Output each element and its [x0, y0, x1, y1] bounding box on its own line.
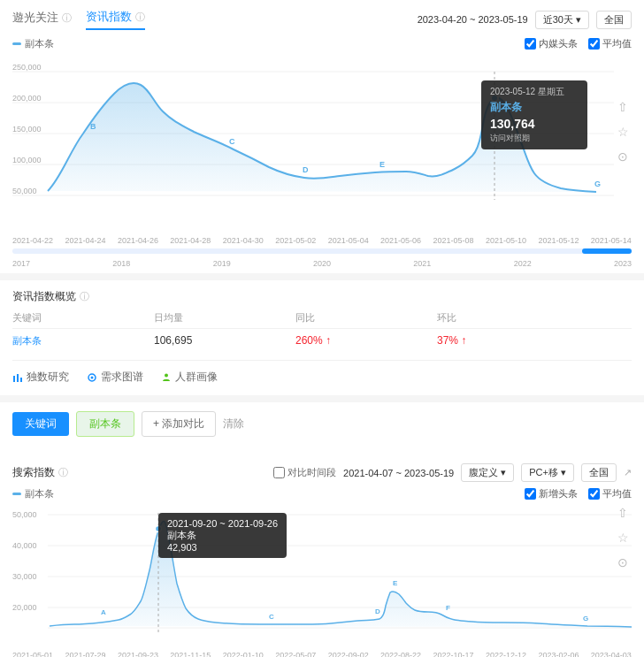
- search-checkbox-avg[interactable]: 平均值: [588, 487, 632, 500]
- search-star-icon[interactable]: ☆: [614, 529, 632, 546]
- svg-text:E: E: [393, 579, 398, 587]
- date-controls: 2023-04-20 ~ 2023-05-19 近30天 ▾ 全国: [418, 11, 632, 29]
- overview-info-icon: ⓘ: [80, 290, 89, 303]
- svg-text:E: E: [380, 160, 385, 169]
- svg-text:C: C: [229, 137, 235, 146]
- search-region-btn[interactable]: 全国: [581, 463, 617, 482]
- search-chart-tooltip: 2021-09-20 ~ 2021-09-26 副本条 42,903: [158, 513, 287, 558]
- svg-text:50,000: 50,000: [12, 510, 37, 519]
- search-checkbox-media[interactable]: 新增头条: [525, 487, 578, 500]
- search-legend-row: 副本条 新增头条 平均值: [12, 487, 632, 500]
- share-icon[interactable]: ⇧: [614, 98, 632, 116]
- svg-text:250,000: 250,000: [12, 63, 42, 72]
- keyword-btn[interactable]: 关键词: [12, 412, 69, 436]
- svg-text:30,000: 30,000: [12, 572, 37, 581]
- portrait-icon: [161, 372, 172, 383]
- table-header: 关键词 日均量 同比 环比: [12, 311, 632, 329]
- tooltip-label: 副本条: [490, 100, 579, 115]
- date-range-text: 2023-04-20 ~ 2023-05-19: [418, 14, 528, 25]
- region-btn[interactable]: 全国: [596, 11, 632, 29]
- nav-tab-research[interactable]: 独数研究: [12, 368, 69, 386]
- legend-row: 副本条 内媒头条 平均值: [12, 37, 632, 50]
- custom-btn[interactable]: 腹定义 ▾: [461, 463, 514, 482]
- search-more-icon[interactable]: ⊙: [614, 554, 632, 571]
- overview-table: 关键词 日均量 同比 环比 副本条 106,695 260% ↑ 37% ↑: [12, 311, 632, 353]
- svg-text:100,000: 100,000: [12, 156, 42, 164]
- search-tooltip-label: 副本条: [167, 529, 278, 542]
- search-title: 搜索指数 ⓘ: [12, 465, 68, 480]
- legend-dot: [12, 42, 21, 45]
- right-icons: ⇧ ☆ ⊙: [614, 98, 632, 165]
- row-tag: 副本条: [12, 335, 42, 346]
- row-yoy: 260% ↑: [295, 334, 331, 347]
- main-chart-area: 250,000 200,000 150,000 100,000 50,000: [12, 54, 632, 231]
- nav-tab-portrait[interactable]: 人群画像: [161, 368, 218, 386]
- attention-info-icon: ⓘ: [62, 11, 72, 25]
- research-icon: [12, 372, 23, 383]
- nav-tab-demand[interactable]: 需求图谱: [87, 368, 143, 386]
- svg-text:G: G: [594, 180, 601, 188]
- search-controls: 对比时间段 2021-04-07 ~ 2023-05-19 腹定义 ▾ PC+移…: [273, 463, 632, 482]
- period-btn[interactable]: 近30天 ▾: [535, 11, 589, 29]
- compare-checkbox[interactable]: 对比时间段: [273, 466, 336, 479]
- overview-section: 资讯指数概览 ⓘ 关键词 日均量 同比 环比 副本条 106,695 260% …: [0, 280, 644, 395]
- keyword-bar: 关键词 副本条 + 添加对比 清除: [12, 411, 632, 437]
- svg-point-22: [165, 373, 168, 377]
- svg-text:200,000: 200,000: [12, 94, 42, 103]
- index-info-icon: ⓘ: [135, 11, 145, 24]
- legend-item: 副本条: [12, 37, 54, 50]
- search-legend-dot: [12, 493, 21, 495]
- search-tooltip-value: 42,903: [167, 542, 278, 553]
- svg-text:A: A: [101, 608, 106, 616]
- svg-text:20,000: 20,000: [12, 603, 37, 612]
- row-daily: 106,695: [154, 334, 295, 348]
- svg-text:B: B: [90, 122, 96, 131]
- top-panel: 遊光关注 ⓘ 资讯指数 ⓘ 2023-04-20 ~ 2023-05-19 近3…: [0, 0, 644, 273]
- svg-rect-18: [17, 374, 19, 382]
- search-tooltip-date: 2021-09-20 ~ 2021-09-26: [167, 518, 278, 529]
- search-chart-svg: 50,000 40,000 30,000 20,000: [12, 504, 632, 641]
- row-mom: 37% ↑: [437, 334, 466, 347]
- svg-text:G: G: [583, 615, 588, 623]
- svg-text:150,000: 150,000: [12, 125, 42, 134]
- search-x-axis: 2021-05-01 2021-07-29 2021-09-23 2021-11…: [12, 649, 632, 657]
- main-tabs: 遊光关注 ⓘ 资讯指数 ⓘ: [12, 9, 145, 30]
- search-right-icons: ⇧ ☆ ⊙: [614, 504, 632, 571]
- export-icon[interactable]: ↗: [624, 467, 632, 478]
- svg-text:C: C: [269, 613, 274, 621]
- tooltip-value: 130,764: [490, 117, 579, 131]
- search-legend-options: 新增头条 平均值: [525, 487, 632, 500]
- checkbox-media[interactable]: 内媒头条: [525, 37, 578, 50]
- keyword-panel: 关键词 副本条 + 添加对比 清除: [0, 402, 644, 455]
- svg-point-21: [91, 376, 94, 378]
- main-container: 遊光关注 ⓘ 资讯指数 ⓘ 2023-04-20 ~ 2023-05-19 近3…: [0, 0, 644, 657]
- search-section: 搜索指数 ⓘ 对比时间段 2021-04-07 ~ 2023-05-19 腹定义…: [0, 455, 644, 657]
- tab-attention[interactable]: 遊光关注 ⓘ: [12, 9, 72, 30]
- copy-btn[interactable]: 副本条: [76, 411, 134, 437]
- year-labels-top: 2017 2018 2019 2020 2021 2022 2023: [12, 259, 632, 273]
- tab-index[interactable]: 资讯指数 ⓘ: [86, 9, 145, 30]
- x-axis: 2021-04-22 2021-04-24 2021-04-26 2021-04…: [12, 234, 632, 247]
- add-compare-btn[interactable]: + 添加对比: [142, 411, 216, 437]
- platform-btn[interactable]: PC+移 ▾: [521, 463, 574, 482]
- search-chart-area: 50,000 40,000 30,000 20,000: [12, 504, 632, 646]
- star-icon[interactable]: ☆: [614, 123, 632, 141]
- tabs-row: 遊光关注 ⓘ 资讯指数 ⓘ 2023-04-20 ~ 2023-05-19 近3…: [12, 9, 632, 30]
- tooltip-date: 2023-05-12 星期五: [490, 86, 579, 98]
- svg-rect-17: [13, 376, 15, 382]
- svg-text:D: D: [375, 607, 380, 615]
- tooltip-extra-text: 访问对照期: [490, 133, 579, 144]
- search-date: 2021-04-07 ~ 2023-05-19: [343, 468, 454, 478]
- search-header: 搜索指数 ⓘ 对比时间段 2021-04-07 ~ 2023-05-19 腹定义…: [12, 463, 632, 482]
- more-icon[interactable]: ⊙: [614, 148, 632, 165]
- chart-tooltip: 2023-05-12 星期五 副本条 130,764 访问对照期: [481, 80, 587, 149]
- svg-text:D: D: [303, 165, 309, 174]
- search-legend-item: 副本条: [12, 487, 54, 500]
- search-share-icon[interactable]: ⇧: [614, 504, 632, 522]
- overview-title: 资讯指数概览 ⓘ: [12, 289, 632, 304]
- checkbox-avg[interactable]: 平均值: [588, 37, 632, 50]
- table-row: 副本条 106,695 260% ↑ 37% ↑: [12, 329, 632, 353]
- clear-btn[interactable]: 清除: [223, 416, 244, 432]
- svg-text:F: F: [446, 604, 450, 612]
- svg-text:40,000: 40,000: [12, 541, 37, 550]
